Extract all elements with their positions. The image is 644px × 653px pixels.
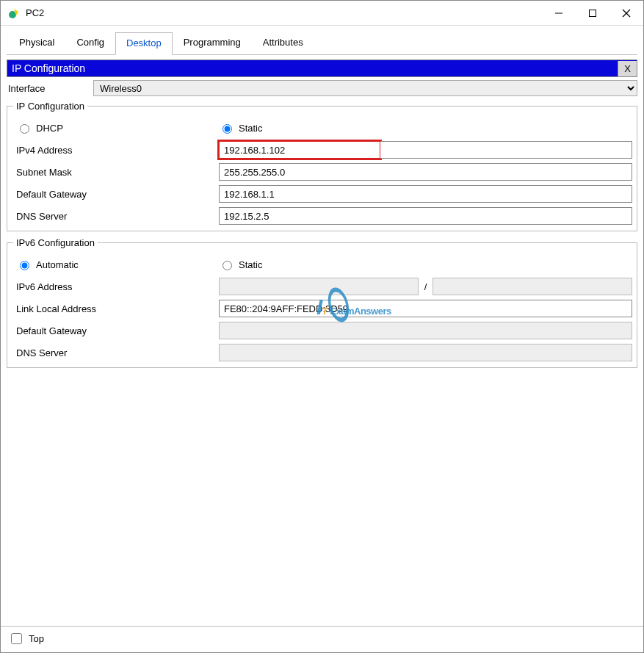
ipv6-dns-input [219,344,632,361]
pc2-window: PC2 Physical Config Desktop Programming … [0,0,644,653]
svg-rect-2 [590,10,596,16]
ipv6-auto-radio[interactable] [20,261,29,270]
static-label: Static [239,123,263,134]
close-button[interactable] [609,1,643,25]
subnet-mask-label: Subnet Mask [13,167,219,178]
link-local-input[interactable] [219,300,632,317]
top-checkbox[interactable] [11,633,22,644]
default-gateway-label: Default Gateway [13,189,219,200]
tab-desktop[interactable]: Desktop [115,32,173,55]
interface-row: Interface Wireless0 [7,80,637,96]
maximize-button[interactable] [576,1,609,25]
ipv6-address-label: IPv6 Address [13,281,219,292]
app-icon [8,7,20,19]
tab-programming[interactable]: Programming [173,32,252,54]
window-title: PC2 [26,7,542,18]
ipv6-fieldset: IPv6 Configuration Automatic Static IPv6… [7,237,637,368]
desktop-content: IP Configuration X Interface Wireless0 I… [1,55,643,626]
panel-title: IP Configuration [7,60,618,76]
dns-server-label: DNS Server [13,211,219,222]
default-gateway-input[interactable] [219,185,632,203]
ipv6-gateway-label: Default Gateway [13,325,219,336]
subnet-mask-input[interactable] [219,163,632,181]
panel-header: IP Configuration X [7,59,637,77]
ipv4-address-input-extend[interactable] [380,141,632,159]
subnet-mask-row: Subnet Mask [13,162,632,182]
ipv4-address-input[interactable] [219,141,380,159]
ipv6-legend: IPv6 Configuration [13,237,98,248]
ipv4-legend: IP Configuration [13,101,87,112]
interface-select[interactable]: Wireless0 [93,80,637,96]
tab-strip: Physical Config Desktop Programming Attr… [1,26,643,54]
link-local-label: Link Local Address [13,303,219,314]
ipv4-address-label: IPv4 Address [13,145,219,156]
ipv6-gateway-row: Default Gateway [13,320,632,341]
default-gateway-row: Default Gateway [13,184,632,204]
ipv6-static-label: Static [239,259,263,270]
ipv6-dns-row: DNS Server [13,342,632,363]
tab-config[interactable]: Config [65,32,115,54]
panel-close-button[interactable]: X [618,61,637,76]
ipv6-dns-label: DNS Server [13,347,219,358]
static-radio[interactable] [222,124,232,134]
window-controls [542,1,643,25]
dns-server-row: DNS Server [13,206,632,226]
ipv6-address-input [219,278,419,295]
title-bar: PC2 [1,1,643,26]
ipv4-fieldset: IP Configuration DHCP Static IPv4 Addres… [7,101,637,231]
interface-label: Interface [7,83,93,94]
prefix-slash: / [419,281,433,292]
dhcp-radio[interactable] [20,124,29,134]
ipv6-mode-row: Automatic Static [13,254,632,275]
link-local-row: Link Local Address [13,298,632,319]
minimize-button[interactable] [542,1,576,25]
dhcp-label: DHCP [36,123,63,134]
ipv6-static-radio[interactable] [222,261,232,270]
ipv6-address-row: IPv6 Address / [13,276,632,297]
ipv4-address-row: IPv4 Address [13,140,632,160]
ipv4-mode-row: DHCP Static [13,118,632,138]
tab-attributes[interactable]: Attributes [252,32,314,54]
ipv6-prefix-input [433,278,632,295]
tab-physical[interactable]: Physical [8,32,65,54]
ipv6-gateway-input [219,322,632,339]
top-label: Top [29,633,44,644]
footer-bar: Top [1,626,643,652]
dns-server-input[interactable] [219,207,632,225]
ipv6-auto-label: Automatic [36,259,79,270]
